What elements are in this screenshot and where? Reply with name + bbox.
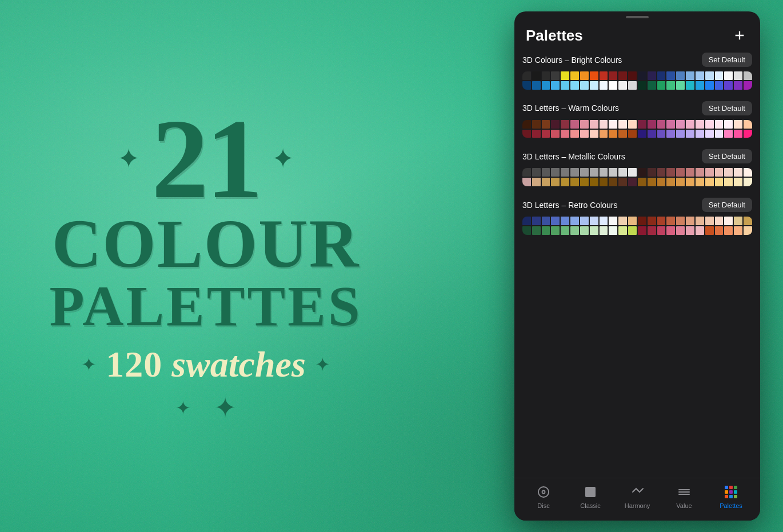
color-cell-2-0-11[interactable] [628, 168, 637, 177]
set-default-button-3[interactable]: Set Default [702, 198, 752, 212]
color-cell-1-3-5[interactable] [686, 130, 694, 138]
color-cell-2-3-0[interactable] [638, 178, 646, 186]
color-cell-2-2-11[interactable] [628, 178, 637, 186]
color-cell-1-0-11[interactable] [628, 120, 637, 129]
color-cell-0-1-0[interactable] [638, 71, 646, 80]
color-cell-1-1-7[interactable] [705, 120, 714, 129]
color-cell-2-2-7[interactable] [590, 178, 598, 186]
color-cell-3-0-7[interactable] [590, 217, 598, 225]
set-default-button-2[interactable]: Set Default [702, 149, 752, 163]
color-cell-0-2-1[interactable] [532, 81, 541, 90]
color-cell-1-0-3[interactable] [551, 120, 560, 129]
color-cell-1-0-5[interactable] [570, 120, 579, 129]
color-cell-0-3-2[interactable] [657, 81, 666, 90]
color-cell-3-3-9[interactable] [724, 226, 733, 235]
color-cell-0-0-10[interactable] [618, 71, 627, 80]
color-cell-3-1-8[interactable] [715, 217, 724, 225]
color-cell-3-2-4[interactable] [561, 226, 569, 235]
color-cell-2-3-6[interactable] [696, 178, 704, 186]
color-cell-3-2-10[interactable] [618, 226, 627, 235]
color-cell-2-0-7[interactable] [590, 168, 598, 177]
color-cell-3-2-2[interactable] [542, 226, 550, 235]
color-cell-0-3-0[interactable] [638, 81, 646, 90]
color-cell-0-1-1[interactable] [648, 71, 656, 80]
color-cell-3-3-2[interactable] [657, 226, 666, 235]
color-cell-1-1-2[interactable] [657, 120, 666, 129]
color-cell-1-0-10[interactable] [618, 120, 627, 129]
color-cell-0-0-11[interactable] [628, 71, 637, 80]
color-cell-3-0-11[interactable] [628, 217, 637, 225]
tab-palettes[interactable]: Palettes [714, 484, 748, 509]
color-cell-3-3-8[interactable] [715, 226, 724, 235]
color-cell-1-2-1[interactable] [532, 130, 541, 138]
color-cell-0-1-9[interactable] [724, 71, 733, 80]
color-cell-2-0-6[interactable] [580, 168, 589, 177]
color-cell-1-1-11[interactable] [744, 120, 752, 129]
color-cell-0-1-8[interactable] [715, 71, 724, 80]
color-cell-2-2-9[interactable] [609, 178, 617, 186]
color-cell-0-2-8[interactable] [600, 81, 608, 90]
palettes-scroll-area[interactable]: 3D Colours – Bright ColoursSet Default3D… [514, 53, 760, 478]
color-cell-0-1-11[interactable] [744, 71, 752, 80]
color-cell-2-0-4[interactable] [561, 168, 569, 177]
color-cell-3-0-10[interactable] [618, 217, 627, 225]
color-cell-1-3-8[interactable] [715, 130, 724, 138]
color-cell-3-0-8[interactable] [600, 217, 608, 225]
color-cell-3-3-0[interactable] [638, 226, 646, 235]
color-cell-2-1-5[interactable] [686, 168, 694, 177]
color-cell-0-1-5[interactable] [686, 71, 694, 80]
color-cell-0-2-10[interactable] [618, 81, 627, 90]
color-cell-1-1-4[interactable] [676, 120, 685, 129]
color-cell-0-3-3[interactable] [666, 81, 675, 90]
color-cell-0-2-5[interactable] [570, 81, 579, 90]
color-cell-3-3-11[interactable] [744, 226, 752, 235]
color-cell-3-2-7[interactable] [590, 226, 598, 235]
color-cell-2-1-11[interactable] [744, 168, 752, 177]
color-cell-2-0-3[interactable] [551, 168, 560, 177]
color-cell-1-3-6[interactable] [696, 130, 704, 138]
color-cell-0-1-4[interactable] [676, 71, 685, 80]
color-cell-1-3-1[interactable] [648, 130, 656, 138]
color-cell-1-0-0[interactable] [522, 120, 531, 129]
color-cell-1-1-1[interactable] [648, 120, 656, 129]
color-cell-3-2-8[interactable] [600, 226, 608, 235]
color-cell-0-3-7[interactable] [705, 81, 714, 90]
set-default-button-0[interactable]: Set Default [702, 53, 752, 67]
color-cell-0-3-6[interactable] [696, 81, 704, 90]
color-cell-2-0-5[interactable] [570, 168, 579, 177]
color-cell-2-1-3[interactable] [666, 168, 675, 177]
color-cell-1-2-9[interactable] [609, 130, 617, 138]
color-cell-1-1-10[interactable] [734, 120, 742, 129]
color-cell-1-2-3[interactable] [551, 130, 560, 138]
color-cell-1-2-5[interactable] [570, 130, 579, 138]
color-cell-0-3-11[interactable] [744, 81, 752, 90]
color-cell-3-2-9[interactable] [609, 226, 617, 235]
color-cell-1-1-8[interactable] [715, 120, 724, 129]
color-cell-2-0-8[interactable] [600, 168, 608, 177]
color-cell-3-0-4[interactable] [561, 217, 569, 225]
color-cell-2-3-11[interactable] [744, 178, 752, 186]
color-cell-0-2-3[interactable] [551, 81, 560, 90]
color-cell-0-2-6[interactable] [580, 81, 589, 90]
color-cell-2-1-2[interactable] [657, 168, 666, 177]
color-cell-0-3-8[interactable] [715, 81, 724, 90]
color-cell-1-0-1[interactable] [532, 120, 541, 129]
color-cell-1-1-9[interactable] [724, 120, 733, 129]
color-cell-0-2-9[interactable] [609, 81, 617, 90]
color-cell-0-3-1[interactable] [648, 81, 656, 90]
color-cell-2-3-7[interactable] [705, 178, 714, 186]
color-cell-1-2-4[interactable] [561, 130, 569, 138]
color-cell-1-3-2[interactable] [657, 130, 666, 138]
color-cell-2-1-7[interactable] [705, 168, 714, 177]
color-cell-1-2-8[interactable] [600, 130, 608, 138]
color-cell-0-0-1[interactable] [532, 71, 541, 80]
color-cell-3-1-11[interactable] [744, 217, 752, 225]
color-cell-3-0-5[interactable] [570, 217, 579, 225]
color-cell-0-0-7[interactable] [590, 71, 598, 80]
color-cell-1-2-0[interactable] [522, 130, 531, 138]
color-cell-0-1-6[interactable] [696, 71, 704, 80]
color-cell-2-3-9[interactable] [724, 178, 733, 186]
color-cell-0-3-5[interactable] [686, 81, 694, 90]
color-cell-3-2-1[interactable] [532, 226, 541, 235]
color-cell-3-0-3[interactable] [551, 217, 560, 225]
